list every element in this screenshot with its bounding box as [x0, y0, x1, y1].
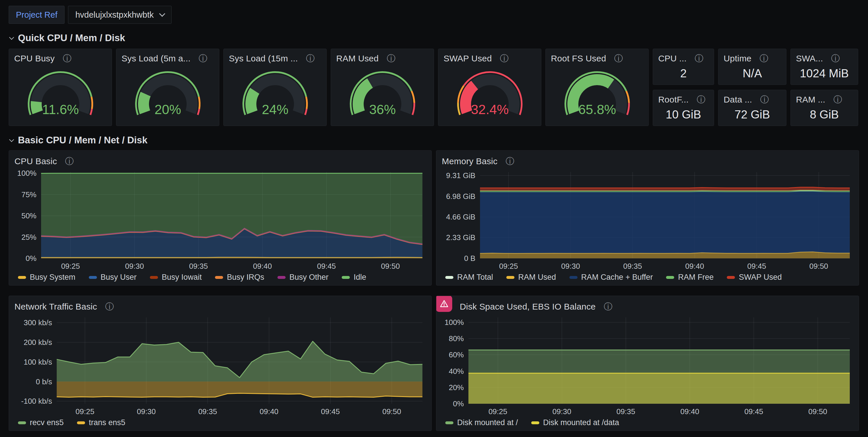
time-series-plot[interactable]: 0 B2.33 GiB4.66 GiB6.98 GiB9.31 GiB09:25…: [441, 169, 855, 270]
legend-item-busy-system[interactable]: Busy System: [18, 273, 75, 282]
svg-text:-100 kb/s: -100 kb/s: [21, 397, 52, 405]
project-ref-dropdown[interactable]: hvdelujxlxstpxkhwbtk: [68, 6, 172, 24]
gauge-value: 20%: [154, 102, 181, 117]
panel-title[interactable]: Disk Space Used, EBS IO Balance: [460, 302, 596, 312]
panel-title[interactable]: Uptime: [724, 54, 751, 63]
stat-panel-cpu: CPU ... ⓘ 2: [653, 49, 714, 85]
info-icon[interactable]: ⓘ: [760, 54, 768, 63]
panel-title[interactable]: SWAP Used: [443, 54, 492, 63]
stat-value: 1024 MiB: [791, 65, 858, 85]
legend-label: recv ens5: [30, 418, 64, 427]
legend-item-busy-user[interactable]: Busy User: [89, 273, 137, 282]
svg-text:09:45: 09:45: [744, 407, 763, 416]
legend-item-idle[interactable]: Idle: [342, 273, 366, 282]
legend-label: RAM Used: [518, 273, 556, 282]
gauge-panel-ram-used: RAM Used ⓘ 36%: [331, 49, 434, 126]
info-icon[interactable]: ⓘ: [63, 54, 71, 63]
panel-title[interactable]: RAM ...: [796, 95, 825, 105]
svg-text:09:50: 09:50: [808, 407, 827, 416]
svg-text:20%: 20%: [449, 383, 464, 392]
panel-title[interactable]: CPU ...: [658, 54, 687, 63]
svg-text:0%: 0%: [453, 399, 464, 408]
panel-title[interactable]: CPU Busy: [14, 54, 55, 63]
charts-grid: CPU Basic ⓘ 0%25%50%75%100%09:2509:3009:…: [9, 150, 859, 431]
legend-item-ram-used[interactable]: RAM Used: [506, 273, 556, 282]
panel-title[interactable]: Memory Basic: [442, 156, 497, 166]
legend-swatch: [531, 421, 539, 424]
panel-header: SWA... ⓘ: [791, 49, 858, 65]
chart-panel-cpu-basic: CPU Basic ⓘ 0%25%50%75%100%09:2509:3009:…: [9, 150, 432, 286]
svg-text:09:25: 09:25: [75, 407, 94, 416]
legend-item-ram-free[interactable]: RAM Free: [666, 273, 713, 282]
legend-item-busy-other[interactable]: Busy Other: [277, 273, 329, 282]
legend-item-swap-used[interactable]: SWAP Used: [727, 273, 782, 282]
section-header-quick-cpu-mem-disk[interactable]: Quick CPU / Mem / Disk: [9, 32, 859, 44]
panel-title[interactable]: Root FS Used: [551, 54, 606, 63]
svg-text:09:30: 09:30: [552, 407, 571, 416]
section-header-basic-cpu-mem-net-disk[interactable]: Basic CPU / Mem / Net / Disk: [9, 134, 859, 146]
info-icon[interactable]: ⓘ: [500, 54, 509, 63]
info-icon[interactable]: ⓘ: [695, 54, 703, 63]
panel-title[interactable]: Network Traffic Basic: [14, 302, 97, 312]
legend-swatch: [150, 276, 158, 279]
legend-swatch: [89, 276, 97, 279]
info-icon[interactable]: ⓘ: [505, 157, 514, 166]
time-series-plot[interactable]: 0%20%40%60%80%100%09:2509:3009:3509:4009…: [441, 314, 855, 416]
gauge: 24%: [232, 69, 318, 118]
gauge-value: 32.4%: [471, 102, 508, 117]
svg-text:6.98 GiB: 6.98 GiB: [446, 192, 475, 201]
info-icon[interactable]: ⓘ: [697, 95, 705, 104]
info-icon[interactable]: ⓘ: [604, 302, 613, 311]
svg-text:80%: 80%: [449, 334, 464, 343]
gauge: 65.8%: [554, 69, 641, 118]
legend-item-trans-ens5[interactable]: trans ens5: [77, 418, 125, 427]
stat-value: 72 GiB: [718, 106, 786, 126]
panel-title[interactable]: Sys Load (5m a...: [122, 54, 191, 63]
panel-title[interactable]: RootF...: [658, 95, 689, 105]
svg-text:09:35: 09:35: [623, 262, 642, 270]
gauge: 32.4%: [446, 69, 533, 118]
alert-state-icon[interactable]: [436, 296, 452, 312]
grafana-dashboard: Project Ref hvdelujxlxstpxkhwbtk Quick C…: [0, 0, 868, 431]
svg-text:60%: 60%: [449, 350, 464, 359]
info-icon[interactable]: ⓘ: [199, 54, 208, 63]
panel-header: RootF... ⓘ: [653, 90, 714, 106]
panel-header: CPU Busy ⓘ: [9, 49, 112, 65]
gauge-panel-root-fs-used: Root FS Used ⓘ 65.8%: [546, 49, 649, 126]
info-icon[interactable]: ⓘ: [831, 54, 840, 63]
info-icon[interactable]: ⓘ: [306, 54, 315, 63]
panel-title[interactable]: CPU Basic: [14, 156, 57, 166]
legend-label: Busy Iowait: [162, 273, 202, 282]
info-icon[interactable]: ⓘ: [833, 95, 842, 104]
svg-text:25%: 25%: [22, 233, 36, 241]
legend-item-recv-ens5[interactable]: recv ens5: [18, 418, 64, 427]
panel-title[interactable]: SWA...: [796, 54, 823, 63]
time-series-plot[interactable]: -100 kb/s0 b/s100 kb/s200 kb/s300 kb/s09…: [13, 314, 427, 416]
panel-title[interactable]: Sys Load (15m ...: [229, 54, 298, 63]
legend-item-ram-cache-buffer[interactable]: RAM Cache + Buffer: [569, 273, 653, 282]
svg-text:09:45: 09:45: [747, 262, 766, 270]
legend-item-ram-total[interactable]: RAM Total: [445, 273, 493, 282]
info-icon[interactable]: ⓘ: [387, 54, 396, 63]
legend-item-busy-iowait[interactable]: Busy Iowait: [150, 273, 202, 282]
stat-value: N/A: [718, 65, 786, 85]
project-ref-label-button[interactable]: Project Ref: [9, 6, 64, 24]
legend-item-disk-mounted-at-data[interactable]: Disk mounted at /data: [531, 418, 619, 427]
legend-swatch: [18, 421, 26, 424]
time-series-plot[interactable]: 0%25%50%75%100%09:2509:3009:3509:4009:45…: [13, 169, 427, 270]
legend-swatch: [215, 276, 223, 279]
info-icon[interactable]: ⓘ: [105, 302, 114, 311]
panel-title[interactable]: Data ...: [724, 95, 752, 105]
panel-title[interactable]: RAM Used: [336, 54, 379, 63]
svg-text:09:25: 09:25: [61, 262, 80, 270]
legend-item-busy-irqs[interactable]: Busy IRQs: [215, 273, 264, 282]
legend-swatch: [445, 276, 454, 279]
legend-item-disk-mounted-at[interactable]: Disk mounted at /: [445, 418, 518, 427]
chevron-down-icon: [9, 35, 14, 40]
info-icon[interactable]: ⓘ: [614, 54, 623, 63]
gauge: 20%: [124, 69, 211, 118]
info-icon[interactable]: ⓘ: [760, 95, 769, 104]
info-icon[interactable]: ⓘ: [65, 157, 74, 166]
legend-swatch: [18, 276, 26, 279]
svg-text:100%: 100%: [445, 318, 464, 327]
